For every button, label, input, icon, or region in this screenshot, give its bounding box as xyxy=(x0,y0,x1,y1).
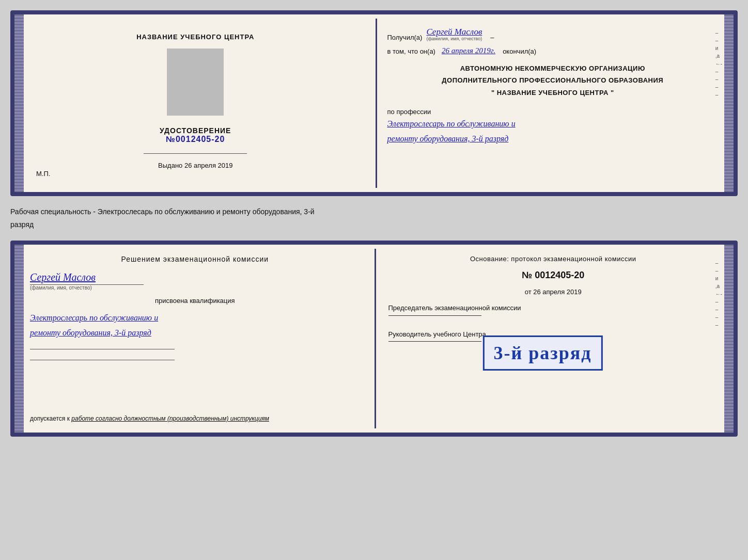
dopuskaetsya-label: допускается к xyxy=(30,415,70,422)
po-professii: по профессии xyxy=(387,108,719,116)
vtom-label: в том, что он(а) xyxy=(387,47,435,55)
auto-line1: АВТОНОМНУЮ НЕКОММЕРЧЕСКУЮ ОРГАНИЗАЦИЮ xyxy=(387,62,719,74)
specialty-text: Рабочая специальность - Электрослесарь п… xyxy=(10,205,738,218)
certificate-card-2: Решением экзаменационной комиссии Сергей… xyxy=(10,241,738,437)
udostoverenie-number: №0012405-20 xyxy=(160,135,231,144)
certificate-card-1: НАЗВАНИЕ УЧЕБНОГО ЦЕНТРА УДОСТОВЕРЕНИЕ №… xyxy=(10,10,738,196)
predsedatel-signature xyxy=(388,315,481,316)
auto-line2: ДОПОЛНИТЕЛЬНОГО ПРОФЕССИОНАЛЬНОГО ОБРАЗО… xyxy=(387,74,719,86)
cert2-fio-sublabel: (фамилия, имя, отчество) xyxy=(30,285,92,291)
poluchil-label: Получил(а) xyxy=(387,34,423,41)
profession-line2: ремонту оборудования, 3-й разряд xyxy=(387,132,719,147)
cert1-left: НАЗВАНИЕ УЧЕБНОГО ЦЕНТРА УДОСТОВЕРЕНИЕ №… xyxy=(14,14,376,192)
ot-line: от 26 апреля 2019 xyxy=(388,288,719,296)
profession-block: по профессии Электрослесарь по обслужива… xyxy=(387,108,719,147)
cert2-left: Решением экзаменационной комиссии Сергей… xyxy=(14,245,375,433)
fio-sublabel: (фамилия, имя, отчество) xyxy=(426,36,482,41)
stamp-overlay: 3-й разряд xyxy=(483,335,603,371)
udostoverenie-label: УДОСТОВЕРЕНИЕ xyxy=(160,126,231,135)
dopuskaetsya-value: работе согласно должностным (производств… xyxy=(71,415,269,422)
specialty-text-block: Рабочая специальность - Электрослесарь п… xyxy=(10,205,738,231)
predsedatel-label: Председатель экзаменационной комиссии xyxy=(388,303,719,313)
vtom-line: в том, что он(а) 26 апреля 2019г. окончи… xyxy=(387,46,719,55)
recipient-name: Сергей Маслов xyxy=(426,27,482,37)
specialty-text2: разряд xyxy=(10,218,738,231)
udostoverenie-block: УДОСТОВЕРЕНИЕ №0012405-20 xyxy=(160,126,231,144)
dopuskaetsya-block: допускается к работе согласно должностны… xyxy=(30,407,360,422)
date-completed: 26 апреля 2019г. xyxy=(442,46,495,55)
profession-line1: Электрослесарь по обслуживанию и xyxy=(387,117,719,132)
predsedatel-block: Председатель экзаменационной комиссии xyxy=(388,303,719,318)
cert2-right-edge-chars: ––и,а←-–––– xyxy=(715,260,722,427)
prisvоena-line: присвоена квалификация xyxy=(30,297,360,305)
cert1-photo xyxy=(167,49,224,116)
right-edge-chars: ––и,а←-–––– xyxy=(715,30,722,187)
page-wrapper: НАЗВАНИЕ УЧЕБНОГО ЦЕНТРА УДОСТОВЕРЕНИЕ №… xyxy=(10,10,738,437)
resheniem-title: Решением экзаменационной комиссии xyxy=(30,255,360,263)
qualification-lines: Электрослесарь по обслуживанию и ремонту… xyxy=(30,311,360,341)
cert1-title: НАЗВАНИЕ УЧЕБНОГО ЦЕНТРА xyxy=(136,32,254,43)
cert2-name: Сергей Маслов xyxy=(30,271,96,283)
qual-line2: ремонту оборудования, 3-й разряд xyxy=(30,326,360,341)
dash: – xyxy=(490,34,494,41)
auto-block: АВТОНОМНУЮ НЕКОММЕРЧЕСКУЮ ОРГАНИЗАЦИЮ ДО… xyxy=(387,62,719,99)
osnov-line: Основание: протокол экзаменационной коми… xyxy=(388,255,719,263)
name-block: Сергей Маслов (фамилия, имя, отчество) xyxy=(30,271,360,291)
qual-line1: Электрослесарь по обслуживанию и xyxy=(30,311,360,326)
okonchill-label: окончил(а) xyxy=(503,47,536,55)
cert1-right: Получил(а) Сергей Маслов (фамилия, имя, … xyxy=(377,14,734,192)
mp-line: М.П. xyxy=(36,170,50,178)
cert2-right: Основание: протокол экзаменационной коми… xyxy=(376,245,734,433)
recipient-line: Получил(а) Сергей Маслов (фамилия, имя, … xyxy=(387,27,719,41)
rukovoditel-signature xyxy=(388,341,481,342)
vydano-line: Выдано 26 апреля 2019 xyxy=(158,162,232,169)
stamp-text: 3-й разряд xyxy=(494,342,592,364)
protocol-number: № 0012405-20 xyxy=(388,270,719,281)
auto-line3: " НАЗВАНИЕ УЧЕБНОГО ЦЕНТРА " xyxy=(387,87,719,99)
